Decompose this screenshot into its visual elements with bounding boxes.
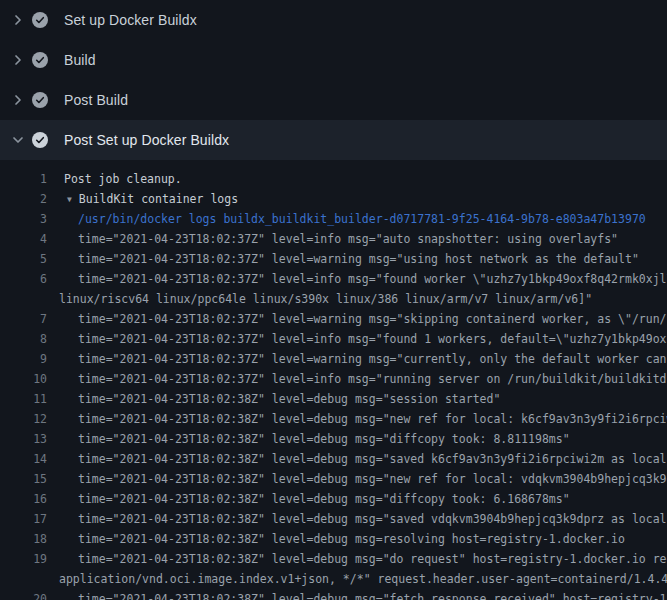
step-row[interactable]: Post Set up Docker Buildx <box>0 120 667 160</box>
log-line-text: time="2021-04-23T18:02:37Z" level=warnin… <box>78 309 667 329</box>
chevron-right-icon <box>10 52 26 68</box>
line-number-link[interactable]: 17 <box>0 509 47 529</box>
log-line-text: linux/riscv64 linux/ppc64le linux/s390x … <box>59 289 592 309</box>
log-line-text: time="2021-04-23T18:02:37Z" level=info m… <box>78 369 667 389</box>
line-number-link[interactable]: 4 <box>0 229 47 249</box>
line-number-link[interactable]: 10 <box>0 369 47 389</box>
log-line-text: time="2021-04-23T18:02:38Z" level=debug … <box>78 449 667 469</box>
log-line: 13time="2021-04-23T18:02:38Z" level=debu… <box>0 429 667 449</box>
log-line: application/vnd.oci.image.index.v1+json,… <box>0 569 667 589</box>
line-number-link[interactable]: 5 <box>0 249 47 269</box>
log-line: 6time="2021-04-23T18:02:37Z" level=info … <box>0 269 667 289</box>
step-title: Post Set up Docker Buildx <box>64 132 229 148</box>
chevron-right-icon <box>10 12 26 28</box>
log-line: 16time="2021-04-23T18:02:38Z" level=debu… <box>0 489 667 509</box>
line-number-link[interactable]: 13 <box>0 429 47 449</box>
log-line-text: ▼BuildKit container logs <box>67 189 238 209</box>
log-line-text: time="2021-04-23T18:02:38Z" level=debug … <box>78 529 625 549</box>
line-number-link[interactable]: 6 <box>0 269 47 289</box>
group-collapse-toggle-icon[interactable]: ▼ <box>67 190 72 210</box>
line-number-link[interactable]: 19 <box>0 549 47 569</box>
log-group-label: BuildKit container logs <box>79 192 238 206</box>
check-circle-icon <box>32 92 48 108</box>
line-number-link[interactable]: 7 <box>0 309 47 329</box>
log-line: 7time="2021-04-23T18:02:37Z" level=warni… <box>0 309 667 329</box>
chevron-down-icon <box>10 132 26 148</box>
line-number-link[interactable]: 18 <box>0 529 47 549</box>
log-line: 11time="2021-04-23T18:02:38Z" level=debu… <box>0 389 667 409</box>
step-title: Post Build <box>64 92 128 108</box>
step-row[interactable]: Build <box>0 40 667 80</box>
line-number-link[interactable]: 1 <box>0 169 47 189</box>
log-line-text: time="2021-04-23T18:02:37Z" level=warnin… <box>78 349 667 369</box>
line-number-link[interactable]: 20 <box>0 589 47 600</box>
log-line-text: time="2021-04-23T18:02:37Z" level=warnin… <box>78 249 639 269</box>
log-line: 4time="2021-04-23T18:02:37Z" level=info … <box>0 229 667 249</box>
log-line: linux/riscv64 linux/ppc64le linux/s390x … <box>0 289 667 309</box>
step-title: Build <box>64 52 96 68</box>
workflow-log-viewer: Set up Docker BuildxBuildPost BuildPost … <box>0 0 667 600</box>
step-row[interactable]: Post Build <box>0 80 667 120</box>
log-line-text: time="2021-04-23T18:02:37Z" level=info m… <box>78 229 618 249</box>
step-title: Set up Docker Buildx <box>64 12 197 28</box>
log-line-text: Post job cleanup. <box>64 169 182 189</box>
log-line: 17time="2021-04-23T18:02:38Z" level=debu… <box>0 509 667 529</box>
log-line-text: application/vnd.oci.image.index.v1+json,… <box>59 569 667 589</box>
line-number-link[interactable]: 11 <box>0 389 47 409</box>
log-line-text: time="2021-04-23T18:02:38Z" level=debug … <box>78 409 667 429</box>
check-circle-icon <box>32 132 48 148</box>
line-number-link[interactable]: 3 <box>0 209 47 229</box>
log-line-text: time="2021-04-23T18:02:38Z" level=debug … <box>78 389 500 409</box>
log-line-text: time="2021-04-23T18:02:38Z" level=debug … <box>78 429 570 449</box>
log-line: 18time="2021-04-23T18:02:38Z" level=debu… <box>0 529 667 549</box>
log-line: 12time="2021-04-23T18:02:38Z" level=debu… <box>0 409 667 429</box>
line-number-link[interactable]: 15 <box>0 469 47 489</box>
line-number-link[interactable]: 12 <box>0 409 47 429</box>
log-line-text: time="2021-04-23T18:02:38Z" level=debug … <box>78 589 667 600</box>
log-line-text: time="2021-04-23T18:02:38Z" level=debug … <box>78 549 667 569</box>
log-line: 1Post job cleanup. <box>0 169 667 189</box>
chevron-right-icon <box>10 92 26 108</box>
log-line-text: time="2021-04-23T18:02:37Z" level=info m… <box>78 269 667 289</box>
line-number-link[interactable]: 16 <box>0 489 47 509</box>
log-line: 8time="2021-04-23T18:02:37Z" level=info … <box>0 329 667 349</box>
log-line-text: time="2021-04-23T18:02:37Z" level=info m… <box>78 329 667 349</box>
check-circle-icon <box>32 52 48 68</box>
log-line: 19time="2021-04-23T18:02:38Z" level=debu… <box>0 549 667 569</box>
log-line: 14time="2021-04-23T18:02:38Z" level=debu… <box>0 449 667 469</box>
log-line: 9time="2021-04-23T18:02:37Z" level=warni… <box>0 349 667 369</box>
line-number-link[interactable]: 14 <box>0 449 47 469</box>
log-line: 3/usr/bin/docker logs buildx_buildkit_bu… <box>0 209 667 229</box>
check-circle-icon <box>32 12 48 28</box>
line-number-link[interactable]: 2 <box>0 189 47 209</box>
log-panel: 1Post job cleanup.2▼BuildKit container l… <box>0 160 667 600</box>
line-number-link[interactable]: 8 <box>0 329 47 349</box>
step-row[interactable]: Set up Docker Buildx <box>0 0 667 40</box>
log-line: 20time="2021-04-23T18:02:38Z" level=debu… <box>0 589 667 600</box>
log-line: 10time="2021-04-23T18:02:37Z" level=info… <box>0 369 667 389</box>
steps-list: Set up Docker BuildxBuildPost BuildPost … <box>0 0 667 160</box>
log-line: 5time="2021-04-23T18:02:37Z" level=warni… <box>0 249 667 269</box>
log-line-text: time="2021-04-23T18:02:38Z" level=debug … <box>78 489 570 509</box>
log-line: 2▼BuildKit container logs <box>0 189 667 209</box>
log-line-text: time="2021-04-23T18:02:38Z" level=debug … <box>78 469 667 489</box>
line-number-link[interactable]: 9 <box>0 349 47 369</box>
log-line-text: time="2021-04-23T18:02:38Z" level=debug … <box>78 509 667 529</box>
log-line: 15time="2021-04-23T18:02:38Z" level=debu… <box>0 469 667 489</box>
log-command-text: /usr/bin/docker logs buildx_buildkit_bui… <box>78 209 646 229</box>
